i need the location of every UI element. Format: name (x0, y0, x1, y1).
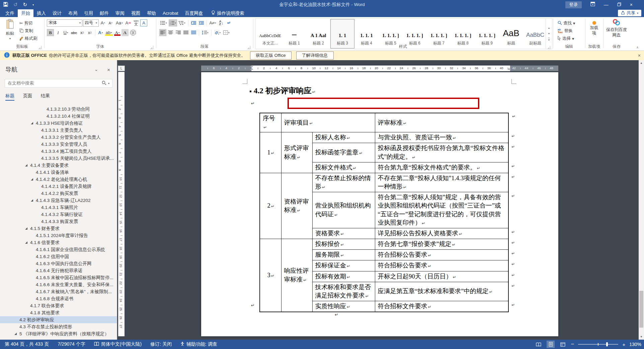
character-shading-button[interactable]: A (122, 29, 129, 36)
nav-item[interactable]: 4.1.3.3.5 关键岗位人员HSE培训承... (0, 155, 117, 162)
strikethrough-button[interactable]: abc (70, 29, 78, 36)
tab-审阅[interactable]: 审阅 (112, 9, 128, 17)
tab-stop-selector[interactable]: L (118, 66, 125, 71)
read-mode-button[interactable] (535, 341, 543, 348)
bullets-button[interactable]: ▾ (159, 19, 168, 26)
collapse-arrow-icon[interactable] (25, 241, 27, 244)
undo-icon[interactable]: ↺ (13, 2, 18, 8)
web-layout-button[interactable] (559, 341, 567, 348)
shading-button[interactable]: ▾ (213, 29, 222, 36)
replace-button[interactable]: ab⇅ac 替换 (558, 27, 573, 34)
document-page[interactable]: 4.2 初步评审响应↵ ↵ 序号↵评审项目↵评审标准↵↵1↵形式评审标准↵投标人… (201, 72, 558, 336)
nav-item[interactable]: 4.1.5.1 2024年度审计报告 (0, 232, 117, 239)
show-marks-button[interactable]: ↵ (226, 19, 233, 26)
criteria-cell[interactable]: 开标之日起90天（日历日）↵↵ (375, 271, 508, 282)
nav-item[interactable]: 4.1.8 其他要求 (0, 309, 117, 316)
select-button[interactable]: 选择▾ (558, 35, 574, 42)
item-cell[interactable]: 实质性响应↵ (312, 301, 375, 312)
category-cell[interactable]: 响应性评审标准↵ (281, 239, 312, 312)
scroll-down-icon[interactable]: ▼ (639, 335, 644, 338)
decrease-indent-button[interactable] (190, 19, 197, 26)
tab-布局[interactable]: 布局 (65, 9, 81, 17)
criteria-cell[interactable]: 符合第九章“投标文件格式”的要求。↵↵ (375, 162, 508, 173)
collapse-arrow-icon[interactable] (14, 333, 17, 335)
search-options-caret-icon[interactable]: ▾ (108, 82, 109, 85)
criteria-cell[interactable]: 符合招标公告要求↵↵ (375, 260, 508, 271)
scroll-up-icon[interactable]: ▲ (639, 62, 644, 65)
nav-item[interactable]: 4.3 不存在禁止投标的情形 (0, 323, 117, 330)
get-genuine-office-button[interactable]: 获取正版 Office (250, 51, 291, 60)
redo-icon[interactable]: ↻ (23, 2, 27, 8)
page-indicator[interactable]: 第 404 页，共 433 页 (5, 341, 49, 347)
shrink-font-button[interactable]: A˅ (107, 19, 114, 26)
highlight-color-button[interactable]: ab▾ (105, 29, 113, 36)
section-heading[interactable]: 4.2 初步评审响应↵ (250, 86, 316, 96)
category-cell[interactable]: 形式评审标准↵ (281, 132, 312, 173)
item-cell[interactable]: 投标函签字盖章↵ (312, 143, 375, 162)
italic-button[interactable]: I (55, 29, 62, 36)
item-cell[interactable]: 投标文件格式↵ (312, 162, 375, 173)
dismiss-warning-icon[interactable]: × (638, 53, 641, 58)
tab-文件[interactable]: 文件 (2, 9, 18, 17)
nav-item[interactable]: 4.1.6.7 未被纳入“黑名单”，未被限制... (0, 288, 117, 295)
nav-search-input[interactable]: 在文档中搜索 ▾ (5, 79, 112, 88)
justify-button[interactable] (182, 29, 189, 36)
criteria-cell[interactable]: 投标函及授权委托书应符合第九章“投标文件格式”的规定。↵↵ (375, 143, 508, 162)
format-painter-button[interactable]: 格式刷 (19, 35, 37, 42)
distribute-button[interactable] (190, 29, 197, 36)
item-cell[interactable]: 技术标准和要求是否满足招标文件要求↵ (312, 282, 375, 301)
print-layout-button[interactable] (547, 341, 555, 348)
nav-item[interactable]: 4.1.6.6 未发生重大质量、安全和环保... (0, 281, 117, 288)
align-right-button[interactable] (175, 29, 182, 36)
serial-cell[interactable]: 2↵ (260, 173, 281, 239)
item-cell[interactable]: 资格要求↵ (312, 228, 375, 239)
track-changes-indicator[interactable]: 修订: 关闭 (150, 341, 172, 347)
nav-tab-结果[interactable]: 结果 (41, 93, 50, 101)
bold-button[interactable]: B (47, 29, 54, 36)
collapse-arrow-icon[interactable] (31, 122, 33, 124)
nav-tab-页面[interactable]: 页面 (23, 93, 32, 101)
tab-百度网盘[interactable]: 百度网盘 (182, 9, 207, 17)
baidu-save-button[interactable]: 保存到百度网盘 (605, 19, 628, 38)
tab-插入[interactable]: 插入 (33, 9, 49, 17)
nav-item[interactable]: 4.1.4.2.1 设备图片及铭牌 (0, 183, 117, 190)
enclose-characters-button[interactable]: 字 (129, 29, 137, 36)
grow-font-button[interactable]: A˄ (99, 19, 106, 26)
collapse-arrow-icon[interactable] (25, 227, 27, 230)
learn-more-button[interactable]: 了解详细信息 (296, 51, 334, 60)
close-button[interactable]: × (630, 2, 633, 7)
tab-设计[interactable]: 设计 (49, 9, 65, 17)
styles-dialog-launcher[interactable]: ⌟ (547, 46, 550, 49)
zoom-level[interactable]: 130% (629, 342, 641, 347)
asian-layout-button[interactable]: A⇄▾ (209, 19, 217, 26)
phonetic-guide-button[interactable]: wén文 (133, 19, 140, 26)
zoom-slider-thumb[interactable] (606, 342, 608, 346)
vertical-ruler[interactable]: 1234567891011121314151617181920212223242… (118, 72, 125, 336)
zoom-out-button[interactable]: − (571, 341, 574, 348)
nav-item[interactable]: 4.1.6.3 中国执行信息公开网 (0, 260, 117, 267)
highlight-box[interactable] (288, 98, 479, 109)
word-count[interactable]: 7/29074 个字 (58, 341, 85, 347)
sign-in-button[interactable]: 登录 (565, 1, 582, 8)
subscript-button[interactable]: x2 (79, 29, 86, 36)
nav-item[interactable]: 4.1.3.3.3 安全管理人员 (0, 141, 117, 148)
language-indicator[interactable]: 简体中文(中国大陆) (94, 341, 142, 347)
paragraph-dialog-launcher[interactable]: ⌟ (247, 46, 250, 49)
addins-button[interactable]: 加载项 (587, 20, 601, 36)
nav-item[interactable]: 4.1.3.2.10.3 劳动合同 (0, 106, 117, 113)
criteria-cell[interactable]: 符合招标文件要求↵↵ (375, 301, 508, 312)
tab-开始[interactable]: 开始 (18, 9, 33, 17)
criteria-cell[interactable]: 应满足第五章“技术标准和要求”中的规定↵↵ (375, 282, 508, 301)
increase-indent-button[interactable] (198, 19, 205, 26)
nav-item[interactable]: 4.1.6.8 合规承诺书 (0, 295, 117, 302)
clear-formatting-button[interactable]: A (124, 19, 132, 26)
indent-marker[interactable] (250, 68, 253, 70)
paste-button[interactable]: 粘贴 ▾ (3, 19, 17, 40)
underline-button[interactable]: U▾ (62, 29, 69, 36)
align-left-button[interactable] (159, 29, 166, 36)
nav-tab-标题[interactable]: 标题 (5, 93, 14, 101)
tab-视图[interactable]: 视图 (128, 9, 144, 17)
item-cell[interactable]: 投标报价↵ (312, 239, 375, 250)
tell-me-assistant[interactable]: 操作说明搜索 (211, 9, 244, 17)
criteria-cell[interactable]: 符合第二章“投标人须知”规定，具备有效的营业执照和组织机构代码证（按照“三证合一… (375, 192, 508, 228)
